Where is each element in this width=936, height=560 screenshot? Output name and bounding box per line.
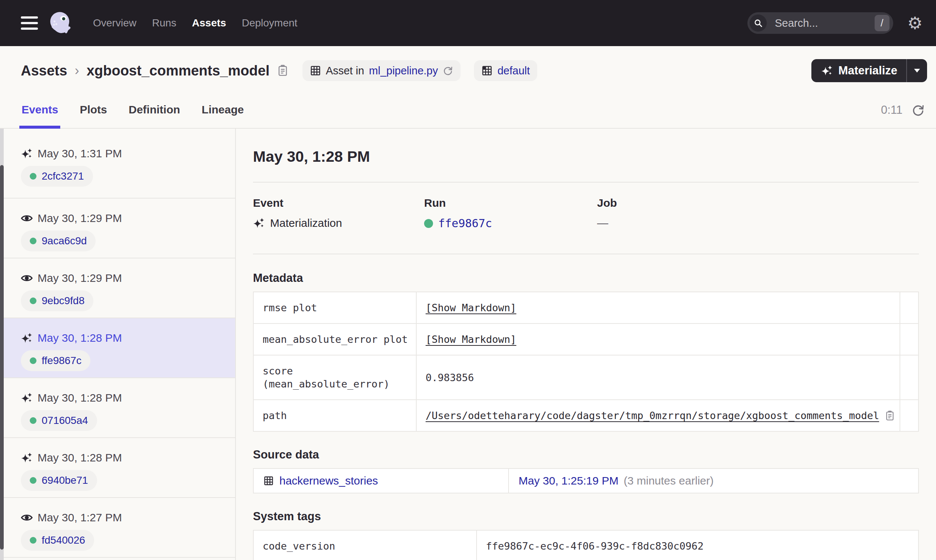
content-area: May 30, 1:31 PM 2cfc3271 May 30, 1:29 PM	[0, 129, 936, 560]
nav-link[interactable]: Deployment	[242, 17, 297, 29]
table-grid-icon	[263, 475, 274, 486]
run-status-dot	[30, 417, 37, 424]
run-id-link[interactable]: 6940be71	[42, 474, 88, 486]
run-id-link[interactable]: ffe9867c	[42, 355, 82, 367]
event-head: May 30, 1:29 PM	[21, 212, 235, 225]
event-list-item[interactable]: May 30, 1:27 PM fd540026	[0, 498, 235, 558]
event-list-sidebar: May 30, 1:31 PM 2cfc3271 May 30, 1:29 PM	[0, 129, 236, 560]
copy-path-icon[interactable]	[884, 410, 896, 421]
source-time-link[interactable]: May 30, 1:25:19 PM	[519, 474, 618, 487]
show-markdown-link[interactable]: [Show Markdown]	[426, 334, 516, 345]
materialize-dropdown-caret[interactable]	[907, 59, 927, 82]
event-list-item[interactable]: May 30, 1:28 PM 071605a4	[0, 378, 235, 438]
show-markdown-link[interactable]: [Show Markdown]	[426, 302, 516, 314]
event-detail-panel: May 30, 1:28 PM Event Materialization Ru…	[236, 129, 936, 560]
run-id-pill[interactable]: 2cfc3271	[21, 166, 93, 187]
spacer-cell	[900, 323, 919, 355]
tab[interactable]: Events	[19, 103, 60, 129]
event-list-item[interactable]: May 30, 1:28 PM 6940be71	[0, 438, 235, 498]
event-head: May 30, 1:28 PM	[21, 451, 235, 464]
materialization-sparkle-icon	[253, 217, 265, 229]
tab[interactable]: Plots	[77, 103, 109, 129]
event-list-item[interactable]: May 30, 1:28 PM ffe9867c	[0, 318, 235, 378]
source-data-heading: Source data	[253, 448, 919, 462]
search-placeholder: Search...	[775, 17, 818, 29]
divider	[253, 254, 919, 254]
tab[interactable]: Definition	[126, 103, 182, 129]
asset-tabs: Events Plots Definition Lineage	[19, 103, 246, 128]
event-timestamp: May 30, 1:27 PM	[38, 511, 122, 524]
event-type-icon	[21, 272, 33, 284]
run-id-pill[interactable]: 9ebc9fd8	[21, 291, 93, 311]
asset-group-badge[interactable]: default	[474, 60, 537, 81]
search-input[interactable]: Search... /	[747, 12, 893, 34]
event-type-icon	[21, 148, 33, 160]
metadata-row: path /Users/odetteharary/code/dagster/tm…	[253, 400, 919, 431]
run-id-link[interactable]: 9aca6c9d	[42, 235, 87, 247]
event-list-item[interactable]: May 30, 1:31 PM 2cfc3271	[0, 129, 235, 198]
path-link[interactable]: /Users/odetteharary/code/dagster/tmp_0mz…	[426, 410, 879, 421]
source-asset-link[interactable]: hackernews_stories	[279, 474, 378, 487]
run-id-pill[interactable]: fd540026	[21, 530, 94, 551]
event-head: May 30, 1:29 PM	[21, 272, 235, 285]
metadata-heading: Metadata	[253, 271, 919, 285]
run-status-dot	[424, 219, 433, 228]
refresh-controls: 0:11	[881, 103, 925, 128]
job-value: —	[597, 217, 919, 229]
run-id-pill[interactable]: 071605a4	[21, 410, 97, 431]
spacer-cell	[900, 355, 919, 400]
breadcrumb-assets-link[interactable]: Assets	[21, 63, 67, 79]
run-id-pill[interactable]: 9aca6c9d	[21, 231, 95, 251]
asset-group-link[interactable]: default	[497, 65, 530, 77]
metadata-key: rmse plot	[253, 292, 416, 323]
tab[interactable]: Lineage	[199, 103, 246, 129]
run-id-link[interactable]: fd540026	[42, 534, 85, 546]
event-list-item[interactable]: May 30, 1:29 PM 9aca6c9d	[0, 198, 235, 258]
run-column-header: Run	[424, 197, 597, 209]
search-shortcut-badge: /	[874, 15, 890, 31]
run-id-link[interactable]: 9ebc9fd8	[42, 295, 85, 307]
metadata-table: rmse plot [Show Markdown] mean_absolute_…	[253, 292, 919, 432]
run-id-link[interactable]: ffe9867c	[438, 217, 492, 230]
materialize-button[interactable]: Materialize	[811, 59, 927, 82]
run-status-dot	[30, 297, 37, 304]
nav-link[interactable]: Runs	[152, 17, 176, 29]
run-id-link[interactable]: 071605a4	[42, 415, 88, 426]
run-id-pill[interactable]: 6940be71	[21, 470, 97, 491]
dagster-logo[interactable]	[48, 11, 73, 36]
asset-tabs-row: Events Plots Definition Lineage 0:11	[0, 83, 936, 129]
nav-link[interactable]: Overview	[93, 17, 137, 29]
menu-icon[interactable]	[21, 16, 38, 30]
event-head: May 30, 1:28 PM	[21, 332, 235, 344]
refresh-icon[interactable]	[911, 103, 925, 117]
copy-asset-name-icon[interactable]	[276, 64, 289, 77]
divider	[253, 182, 919, 183]
source-data-table: hackernews_stories May 30, 1:25:19 PM(3 …	[253, 468, 919, 494]
sidebar-scrollbar[interactable]	[0, 129, 4, 560]
event-type-icon	[21, 212, 33, 224]
system-tags-table: code_version ffe9867c-ec9c-4f06-939c-f8d…	[253, 530, 919, 560]
metadata-row: score (mean_absolute_error) 0.983856	[253, 355, 919, 400]
system-tag-row: code_version ffe9867c-ec9c-4f06-939c-f8d…	[253, 530, 919, 560]
run-id-pill[interactable]: ffe9867c	[21, 350, 91, 371]
system-tag-key: code_version	[253, 530, 477, 560]
spacer-cell	[900, 292, 919, 323]
event-list-item[interactable]: May 30, 1:29 PM 9ebc9fd8	[0, 258, 235, 318]
metadata-path: /Users/odetteharary/code/dagster/tmp_0mz…	[426, 410, 896, 421]
scrollbar-thumb[interactable]	[0, 165, 4, 549]
primary-nav: Overview Runs Assets Deployment	[93, 17, 297, 29]
nav-link[interactable]: Assets	[192, 17, 226, 29]
pipeline-file-link[interactable]: ml_pipeline.py	[369, 65, 438, 77]
metadata-key: mean_absolute_error plot	[253, 323, 416, 355]
asset-definition-badge[interactable]: Asset in ml_pipeline.py	[302, 60, 461, 81]
search-icon[interactable]	[750, 14, 767, 32]
settings-gear-icon[interactable]: ⚙	[907, 14, 923, 32]
asset-group-icon	[481, 65, 493, 76]
event-run-job-summary: Event Materialization Run ffe9867c	[253, 197, 919, 230]
metadata-key: score (mean_absolute_error)	[253, 355, 416, 400]
asset-definition-prefix: Asset in	[326, 65, 364, 77]
run-id-link[interactable]: 2cfc3271	[42, 170, 84, 182]
system-tags-heading: System tags	[253, 510, 919, 523]
event-timestamp: May 30, 1:28 PM	[38, 392, 122, 404]
reload-definitions-icon[interactable]	[443, 65, 453, 76]
